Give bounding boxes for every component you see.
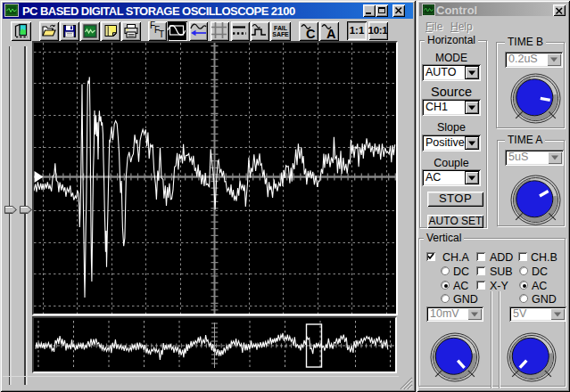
svg-text:C: C	[306, 27, 316, 41]
svg-text:A: A	[326, 27, 336, 41]
